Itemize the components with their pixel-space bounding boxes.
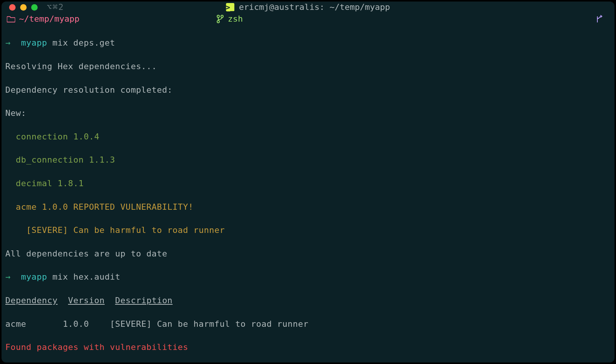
tab-merge-indicator[interactable]	[595, 15, 602, 23]
vuln-summary-line: Found packages with vulnerabilities	[5, 342, 611, 353]
tab-shell[interactable]: zsh	[216, 13, 243, 25]
prompt-line: → myapp mix deps.get	[5, 37, 611, 49]
terminal-window: ⌥⌘2 >_ ericmj@australis: ~/temp/myapp ~/…	[2, 2, 614, 362]
tab-cwd-label: ~/temp/myapp	[19, 13, 79, 25]
prompt-dir: myapp	[21, 272, 47, 282]
svg-point-1	[217, 21, 219, 23]
prompt-arrow: →	[5, 272, 11, 282]
titlebar: ⌥⌘2 >_ ericmj@australis: ~/temp/myapp	[2, 2, 614, 13]
close-button[interactable]	[9, 4, 16, 11]
command-text: mix deps.get	[52, 38, 115, 47]
window-title-text: ericmj@australis: ~/temp/myapp	[239, 2, 390, 13]
prompt-glyph: >_	[225, 3, 235, 11]
vuln-line: [SEVERE] Can be harmful to road runner	[5, 225, 611, 236]
output-line: Resolving Hex dependencies...	[5, 61, 611, 73]
output-line: Dependency resolution completed:	[5, 84, 611, 96]
table-row: acme 1.0.0 [SEVERE] Can be harmful to ro…	[5, 318, 611, 330]
cell-description: [SEVERE] Can be harmful to road runner	[110, 319, 308, 329]
minimize-button[interactable]	[20, 4, 27, 11]
dep-line: connection 1.0.4	[5, 131, 611, 143]
table-header-row: Dependency Version Description	[5, 295, 611, 307]
table-header: Version	[68, 296, 105, 305]
svg-point-2	[221, 15, 223, 17]
window-title: >_ ericmj@australis: ~/temp/myapp	[226, 2, 390, 13]
tab-shell-label: zsh	[228, 13, 243, 25]
command-text: mix hex.audit	[52, 272, 121, 282]
output-line: New:	[5, 108, 611, 119]
spacer	[105, 296, 115, 305]
traffic-lights	[9, 4, 38, 11]
terminal-content[interactable]: → myapp mix deps.get Resolving Hex depen…	[2, 26, 614, 362]
svg-point-0	[217, 15, 219, 17]
tabbar: ~/temp/myapp zsh	[2, 13, 614, 26]
table-header: Dependency	[5, 296, 57, 305]
spacer	[57, 296, 68, 305]
dep-line: decimal 1.8.1	[5, 178, 611, 190]
tab-cwd[interactable]: ~/temp/myapp	[7, 13, 79, 25]
vuln-line: acme 1.0.0 REPORTED VULNERABILITY!	[5, 201, 611, 213]
cell-version: 1.0.0	[63, 319, 110, 329]
prompt-dir: myapp	[21, 38, 47, 47]
table-header: Description	[115, 296, 173, 305]
cell-dependency: acme	[5, 319, 63, 329]
dep-line: db_connection 1.1.3	[5, 154, 611, 166]
prompt-line: → myapp mix hex.audit	[5, 271, 611, 283]
branch-icon	[216, 15, 224, 23]
prompt-icon: >_	[226, 3, 234, 11]
window-shortcut-label: ⌥⌘2	[47, 2, 64, 13]
folder-icon	[7, 16, 15, 22]
merge-icon	[595, 15, 602, 23]
output-line: All dependencies are up to date	[5, 248, 611, 260]
maximize-button[interactable]	[31, 4, 38, 11]
prompt-arrow: →	[5, 38, 11, 47]
